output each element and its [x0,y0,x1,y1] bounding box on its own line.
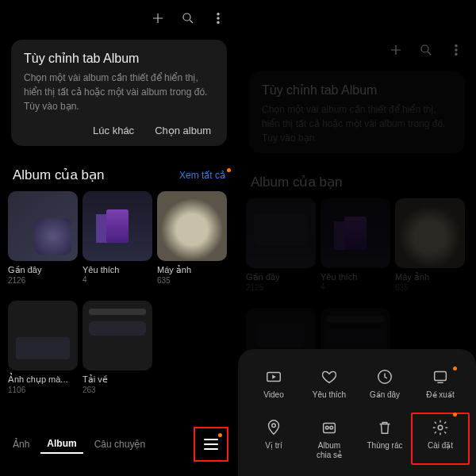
bottom-sheet: Video Yêu thích Gần đây Đề xuất Vị trí A… [238,349,476,476]
see-all-link[interactable]: Xem tất cả [179,170,225,181]
svg-point-2 [217,17,219,19]
menu-label: Đề xuất [426,390,454,400]
album-title: Máy ảnh [157,265,227,275]
menu-settings[interactable]: Cài đặt [411,413,470,465]
top-bar [238,32,476,63]
svg-point-4 [421,45,428,52]
menu-label: Gần đây [370,390,400,400]
menu-label: Cài đặt [428,441,453,451]
trash-icon [376,419,393,436]
card-body: Chọn một vài album cần thiết để hiển thị… [24,71,214,113]
album-item: Gần đây 2125 [246,198,316,292]
tab-photos[interactable]: Ảnh [6,436,36,453]
album-thumbnail [8,301,78,370]
album-count: 263 [83,386,152,394]
album-count: 4 [83,275,152,284]
album-item: Yêu thích 4 [321,198,390,292]
album-item[interactable]: Gần đây 2126 [8,191,78,285]
svg-point-1 [217,13,219,15]
video-icon [265,368,282,386]
tab-stories[interactable]: Câu chuyện [88,436,152,453]
top-bar [0,0,238,32]
more-icon[interactable] [211,11,225,25]
suggest-icon [432,368,449,386]
section-title: Album của bạn [13,167,105,183]
menu-trash[interactable]: Thùng rác [357,419,413,460]
album-title: Máy ảnh [395,272,465,282]
card-actions: Lúc khác Chọn album [24,125,214,138]
album-title: Ảnh chụp mà... [8,374,78,385]
menu-favorite[interactable]: Yêu thích [301,368,357,400]
svg-point-11 [272,424,276,428]
album-item[interactable]: Máy ảnh 635 [157,191,227,285]
menu-video[interactable]: Video [246,368,301,400]
album-title: Yêu thích [321,272,390,282]
album-thumbnail [157,191,227,261]
menu-label: Thùng rác [367,441,402,451]
album-count: 2125 [246,283,316,292]
menu-button[interactable] [194,427,228,462]
hamburger-icon [204,439,218,450]
album-count: 635 [157,276,227,285]
svg-rect-10 [435,372,447,381]
svg-point-6 [455,49,457,51]
svg-point-7 [455,53,457,55]
search-icon[interactable] [181,11,195,25]
screen-menu-open: Tùy chỉnh tab Album Chọn một vài album c… [238,0,476,476]
album-title: Yêu thích [83,265,152,274]
album-thumbnail [246,198,316,268]
album-grid: Gần đây 2126 Yêu thích 4 Máy ảnh 635 Ảnh… [0,191,238,394]
svg-point-13 [325,426,328,429]
plus-icon[interactable] [151,11,165,25]
section-title: Album của bạn [251,174,343,190]
album-item[interactable]: Ảnh chụp mà... 1106 [8,301,78,394]
menu-recent[interactable]: Gần đây [357,368,413,400]
menu-suggest[interactable]: Đề xuất [413,368,468,400]
album-thumbnail [395,198,465,268]
svg-point-5 [455,45,457,47]
tab-album[interactable]: Album [40,435,83,454]
album-title: Tải về [83,374,152,385]
shared-icon [321,419,338,436]
album-item: Máy ảnh 635 [395,198,465,292]
search-icon[interactable] [419,43,433,57]
album-count: 2126 [8,276,78,285]
svg-point-3 [217,21,219,23]
album-count: 4 [321,282,390,291]
plus-icon[interactable] [389,43,403,57]
customize-card: Tùy chỉnh tab Album Chọn một vài album c… [249,71,465,153]
later-button[interactable]: Lúc khác [93,125,134,136]
menu-label: Video [263,390,283,400]
section-header: Album của bạn Xem tất cả [0,154,238,191]
menu-shared-album[interactable]: Album chia sẻ [301,419,357,460]
gear-icon [432,419,449,436]
svg-point-0 [183,13,190,21]
bottom-nav: Ảnh Album Câu chuyện [0,416,238,476]
section-header: Album của bạn [238,161,476,198]
heart-icon [321,368,338,386]
album-thumbnail [8,191,78,261]
menu-location[interactable]: Vị trí [246,419,301,460]
card-body: Chọn một vài album cần thiết để hiển thị… [262,102,452,145]
choose-album-button[interactable]: Chọn album [155,125,211,136]
album-thumbnail [321,198,390,268]
svg-point-14 [330,426,333,429]
album-thumbnail [83,191,152,261]
svg-point-15 [438,425,443,430]
more-icon[interactable] [449,43,463,57]
card-title: Tùy chỉnh tab Album [262,83,452,98]
menu-label: Yêu thích [313,390,346,400]
menu-label: Album chia sẻ [317,441,342,460]
album-count: 1106 [8,386,78,394]
album-thumbnail [83,301,152,370]
menu-label: Vị trí [265,441,282,451]
clock-icon [376,368,393,386]
screen-album-tab: Tùy chỉnh tab Album Chọn một vài album c… [0,0,238,476]
album-title: Gần đây [246,272,316,282]
album-item[interactable]: Yêu thích 4 [83,191,152,285]
album-count: 635 [395,283,465,292]
album-item[interactable]: Tải về 263 [83,301,152,394]
card-title: Tùy chỉnh tab Album [24,51,214,66]
customize-card: Tùy chỉnh tab Album Chọn một vài album c… [11,40,227,146]
album-title: Gần đây [8,265,78,275]
